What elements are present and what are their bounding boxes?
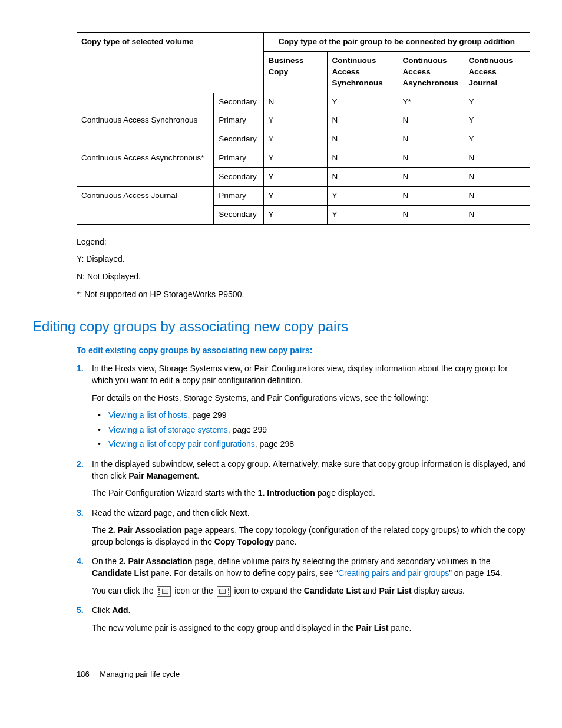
list-item: Viewing a list of storage systems, page … bbox=[98, 424, 530, 436]
table-row: Continuous Access Journal Primary Y Y N … bbox=[77, 187, 530, 206]
table-row: Continuous Access Synchronous Primary Y … bbox=[77, 111, 530, 130]
table-header-right: Copy type of the pair group to be connec… bbox=[263, 33, 530, 52]
table-legend: Legend: Y: Displayed. N: Not Displayed. … bbox=[77, 236, 530, 300]
page-footer: 186 Managing pair life cycle bbox=[77, 669, 530, 680]
link-creating-pairs[interactable]: Creating pairs and pair groups bbox=[338, 568, 449, 578]
legend-n: N: Not Displayed. bbox=[77, 271, 530, 283]
procedure-subhead: To edit existing copy groups by associat… bbox=[77, 345, 530, 357]
legend-y: Y: Displayed. bbox=[77, 253, 530, 265]
col-ca-journal: Continuous Access Journal bbox=[464, 51, 530, 93]
legend-title: Legend: bbox=[77, 236, 530, 248]
table-header-left: Copy type of selected volume bbox=[77, 33, 263, 93]
expand-left-icon bbox=[157, 586, 171, 597]
step-2: In the displayed subwindow, select a cop… bbox=[77, 459, 530, 499]
link-view-storage[interactable]: Viewing a list of storage systems bbox=[108, 425, 228, 434]
link-view-hosts[interactable]: Viewing a list of hosts bbox=[108, 410, 187, 420]
copy-type-table: Copy type of selected volume Copy type o… bbox=[77, 32, 530, 225]
step-3: Read the wizard page, and then click Nex… bbox=[77, 508, 530, 548]
list-item: Viewing a list of copy pair configuratio… bbox=[98, 439, 530, 450]
step-5: Click Add. The new volume pair is assign… bbox=[77, 605, 530, 634]
list-item: Viewing a list of hosts, page 299 bbox=[98, 410, 530, 421]
step-1: In the Hosts view, Storage Systems view,… bbox=[77, 363, 530, 450]
col-ca-async: Continuous Access Asynchronous bbox=[398, 51, 464, 93]
col-business-copy: Business Copy bbox=[263, 51, 327, 93]
chapter-title: Managing pair life cycle bbox=[100, 670, 180, 678]
table-row: Secondary N Y Y* Y bbox=[77, 93, 530, 111]
link-view-config[interactable]: Viewing a list of copy pair configuratio… bbox=[108, 439, 255, 449]
section-heading: Editing copy groups by associating new c… bbox=[32, 317, 530, 337]
page-number: 186 bbox=[77, 670, 90, 678]
expand-right-icon bbox=[217, 586, 231, 597]
step-4: On the 2. Pair Association page, define … bbox=[77, 556, 530, 597]
legend-star: *: Not supported on HP StorageWorks P950… bbox=[77, 289, 530, 301]
table-row: Continuous Access Asynchronous* Primary … bbox=[77, 149, 530, 168]
procedure-steps: In the Hosts view, Storage Systems view,… bbox=[77, 363, 530, 634]
col-ca-sync: Continuous Access Synchronous bbox=[327, 51, 398, 93]
